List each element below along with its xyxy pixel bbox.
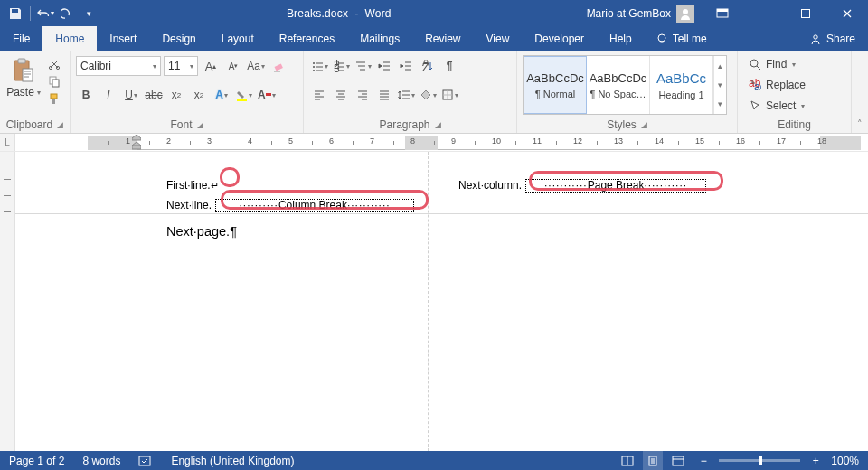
tab-selector-icon[interactable]: L (0, 134, 15, 151)
dialog-launcher-icon[interactable]: ◢ (57, 120, 63, 129)
style-heading1[interactable]: AaBbCc Heading 1 (650, 56, 713, 114)
numbering-icon[interactable]: 123▾ (331, 56, 351, 76)
cut-icon[interactable] (45, 57, 63, 71)
justify-icon[interactable] (374, 85, 394, 105)
shading-icon[interactable]: ▾ (418, 85, 438, 105)
align-center-icon[interactable] (331, 85, 351, 105)
select-icon (749, 99, 761, 112)
svg-rect-31 (139, 456, 150, 465)
paste-icon (10, 57, 37, 84)
paste-button[interactable]: Paste▾ (5, 53, 42, 99)
zoom-slider[interactable] (719, 459, 800, 462)
svg-point-7 (814, 34, 817, 38)
svg-rect-3 (760, 14, 769, 14)
ruler-horizontal[interactable]: L 123456789101112131415161718 (0, 134, 868, 152)
clear-formatting-icon[interactable] (269, 56, 288, 76)
account-user[interactable]: Mario at GemBox (580, 5, 702, 23)
style-normal[interactable]: AaBbCcDc ¶ Normal (524, 56, 587, 114)
multilevel-icon[interactable]: ▾ (353, 56, 373, 76)
shrink-font-icon[interactable]: A▾ (223, 56, 243, 76)
close-icon[interactable] (826, 0, 868, 26)
bold-button[interactable]: B (76, 85, 96, 105)
save-icon[interactable] (5, 4, 25, 24)
styles-gallery[interactable]: AaBbCcDc ¶ Normal AaBbCcDc ¶ No Spac… Aa… (523, 55, 727, 115)
maximize-icon[interactable] (785, 0, 826, 26)
status-bar: Page 1 of 2 8 words English (United King… (0, 451, 868, 470)
replace-button[interactable]: abacReplace (743, 76, 811, 94)
zoom-out-icon[interactable]: − (693, 451, 713, 470)
undo-icon[interactable]: ▾ (35, 4, 55, 24)
format-painter-icon[interactable] (45, 91, 63, 106)
strike-button[interactable]: abc (144, 85, 164, 105)
tab-insert[interactable]: Insert (97, 26, 149, 51)
font-color-icon[interactable]: A▾ (257, 85, 277, 105)
tab-view[interactable]: View (474, 26, 523, 51)
grow-font-icon[interactable]: A▴ (201, 56, 221, 76)
tab-help[interactable]: Help (597, 26, 645, 51)
superscript-button[interactable]: x2 (189, 85, 209, 105)
dec-indent-icon[interactable] (374, 56, 394, 76)
font-name-combo[interactable]: Calibri▾ (76, 56, 161, 76)
share-button[interactable]: Share (797, 26, 868, 51)
find-button[interactable]: Find▾ (743, 55, 811, 73)
status-page[interactable]: Page 1 of 2 (0, 455, 73, 467)
svg-rect-14 (52, 80, 59, 87)
tab-file[interactable]: File (0, 26, 42, 51)
borders-icon[interactable]: ▾ (439, 85, 459, 105)
redo-icon[interactable] (57, 4, 77, 24)
styles-scroll-down-icon[interactable]: ▾ (714, 75, 726, 94)
style-nospacing[interactable]: AaBbCcDc ¶ No Spac… (587, 56, 650, 114)
dialog-launcher-icon[interactable]: ◢ (197, 120, 203, 129)
status-words[interactable]: 8 words (73, 455, 129, 467)
dialog-launcher-icon[interactable]: ◢ (435, 120, 441, 129)
align-left-icon[interactable] (309, 85, 329, 105)
italic-button[interactable]: I (99, 85, 118, 105)
ruler-vertical[interactable] (0, 152, 15, 451)
tab-review[interactable]: Review (412, 26, 473, 51)
tab-references[interactable]: References (267, 26, 347, 51)
svg-point-0 (683, 9, 688, 14)
text-effects-icon[interactable]: A▾ (212, 85, 231, 105)
dialog-launcher-icon[interactable]: ◢ (641, 120, 647, 129)
tab-layout[interactable]: Layout (209, 26, 267, 51)
tab-design[interactable]: Design (149, 26, 208, 51)
status-language[interactable]: English (United Kingdom) (162, 455, 303, 467)
show-marks-icon[interactable]: ¶ (439, 56, 459, 76)
tab-mailings[interactable]: Mailings (347, 26, 412, 51)
svg-rect-9 (18, 59, 25, 63)
qat-customize-icon[interactable]: ▾ (79, 4, 99, 24)
inc-indent-icon[interactable] (396, 56, 416, 76)
tab-home[interactable]: Home (42, 26, 97, 51)
zoom-in-icon[interactable]: + (806, 451, 826, 470)
svg-rect-18 (237, 99, 247, 101)
subscript-button[interactable]: x2 (166, 85, 186, 105)
tell-me[interactable]: Tell me (645, 26, 718, 51)
replace-icon: abac (749, 79, 761, 91)
collapse-ribbon-icon[interactable]: ˄ (857, 118, 863, 130)
styles-scroll-up-icon[interactable]: ▴ (714, 56, 726, 75)
document-page[interactable]: First·line.↵ Next·line. ··········Column… (15, 152, 868, 451)
change-case-icon[interactable]: Aa▾ (246, 56, 266, 76)
underline-button[interactable]: U▾ (121, 85, 141, 105)
tab-developer[interactable]: Developer (522, 26, 597, 51)
ribbon-display-options-icon[interactable] (702, 0, 743, 26)
view-print-icon[interactable] (643, 451, 663, 470)
view-web-icon[interactable] (668, 451, 688, 470)
status-spellcheck-icon[interactable] (129, 455, 162, 467)
copy-icon[interactable] (45, 74, 63, 89)
svg-rect-4 (802, 9, 810, 17)
svg-rect-15 (51, 94, 57, 99)
styles-expand-icon[interactable]: ▾ (714, 95, 726, 114)
minimize-icon[interactable] (743, 0, 785, 26)
view-read-icon[interactable] (618, 451, 637, 470)
sort-icon[interactable]: AZ (418, 56, 438, 76)
highlight-icon[interactable]: ▾ (234, 85, 254, 105)
zoom-level[interactable]: 100% (831, 455, 859, 467)
svg-rect-2 (717, 9, 728, 12)
font-size-combo[interactable]: 11▾ (164, 56, 198, 76)
bullets-icon[interactable]: ▾ (309, 56, 329, 76)
svg-rect-6 (660, 41, 663, 42)
line-spacing-icon[interactable]: ▾ (396, 85, 416, 105)
select-button[interactable]: Select▾ (743, 97, 811, 115)
align-right-icon[interactable] (353, 85, 373, 105)
